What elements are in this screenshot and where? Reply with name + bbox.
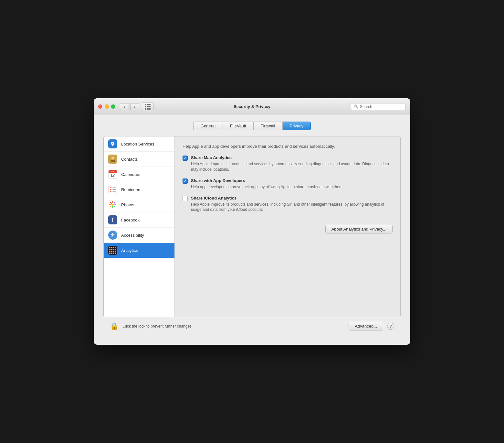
- traffic-lights: [98, 104, 115, 109]
- tab-privacy[interactable]: Privacy: [283, 122, 311, 130]
- lock-text: Click the lock to prevent further change…: [122, 324, 345, 329]
- about-button-container: About Analytics and Privacy...: [183, 218, 393, 233]
- close-button[interactable]: [98, 104, 102, 109]
- title-bar: ‹ › Security & Privacy 🔍: [94, 98, 410, 115]
- sidebar-label-calendars: Calendars: [121, 172, 140, 177]
- main-panel: Location Services Contacts: [103, 136, 401, 317]
- tab-firewall[interactable]: Firewall: [254, 122, 283, 130]
- main-window: ‹ › Security & Privacy 🔍 General FileVau…: [94, 98, 410, 345]
- forward-button[interactable]: ›: [130, 103, 139, 110]
- option-text-share-mac-analytics: Share Mac Analytics Help Apple improve i…: [191, 155, 393, 172]
- option-desc-share-icloud-analytics: Help Apple improve its products and serv…: [191, 202, 393, 213]
- grid-icon: [145, 104, 151, 110]
- sidebar-label-facebook: Facebook: [121, 218, 140, 222]
- window-title: Security & Privacy: [234, 104, 270, 109]
- contacts-icon: [108, 155, 117, 164]
- grid-view-button[interactable]: [142, 102, 153, 111]
- bottom-bar: 🔒 Click the lock to prevent further chan…: [103, 317, 401, 335]
- advanced-button[interactable]: Advanced...: [349, 322, 383, 330]
- svg-line-8: [110, 202, 111, 203]
- svg-point-2: [110, 160, 115, 162]
- zoom-button[interactable]: [111, 104, 115, 109]
- sidebar-item-location-services[interactable]: Location Services: [104, 136, 174, 152]
- checkbox-share-with-developers[interactable]: [183, 178, 188, 184]
- sidebar: Location Services Contacts: [104, 136, 175, 317]
- option-title-share-with-developers: Share with App Developers: [191, 178, 343, 183]
- about-analytics-button[interactable]: About Analytics and Privacy...: [325, 225, 393, 233]
- option-share-mac-analytics: Share Mac Analytics Help Apple improve i…: [183, 155, 393, 172]
- svg-line-11: [110, 206, 111, 207]
- option-desc-share-mac-analytics: Help Apple improve its products and serv…: [191, 161, 393, 172]
- option-share-icloud-analytics: Share iCloud Analytics Help Apple improv…: [183, 196, 393, 213]
- svg-line-10: [114, 202, 115, 203]
- back-button[interactable]: ‹: [120, 103, 129, 110]
- sidebar-item-accessibility[interactable]: Accessibility: [104, 228, 174, 243]
- nav-buttons: ‹ ›: [120, 103, 139, 110]
- calendar-icon: JUL 17: [108, 170, 117, 179]
- sidebar-label-photos: Photos: [121, 202, 134, 207]
- analytics-icon: [108, 246, 117, 255]
- tab-general[interactable]: General: [193, 122, 223, 130]
- search-icon: 🔍: [354, 104, 358, 109]
- sidebar-item-photos[interactable]: Photos: [104, 197, 174, 212]
- option-desc-share-with-developers: Help app developers improve their apps b…: [191, 184, 343, 190]
- checkbox-share-mac-analytics[interactable]: [183, 156, 188, 161]
- reminders-icon: [108, 185, 117, 194]
- sidebar-item-calendars[interactable]: JUL 17 Calendars: [104, 167, 174, 182]
- sidebar-item-analytics[interactable]: Analytics: [104, 243, 174, 258]
- help-button[interactable]: ?: [387, 323, 394, 330]
- option-share-with-developers: Share with App Developers Help app devel…: [183, 178, 393, 190]
- location-icon: [108, 139, 117, 148]
- search-box[interactable]: 🔍: [351, 103, 406, 110]
- search-input[interactable]: [360, 104, 403, 109]
- sidebar-item-contacts[interactable]: Contacts: [104, 152, 174, 167]
- option-title-share-icloud-analytics: Share iCloud Analytics: [191, 196, 393, 200]
- sidebar-label-location-services: Location Services: [121, 142, 154, 146]
- tab-filevault[interactable]: FileVault: [223, 122, 254, 130]
- facebook-icon: f: [108, 215, 117, 224]
- right-panel: Help Apple and app developers improve th…: [175, 136, 400, 317]
- checkbox-share-icloud-analytics[interactable]: [183, 196, 188, 201]
- tabs: General FileVault Firewall Privacy: [103, 122, 401, 130]
- sidebar-label-reminders: Reminders: [121, 187, 142, 192]
- svg-point-3: [112, 204, 114, 206]
- option-text-share-with-developers: Share with App Developers Help app devel…: [191, 178, 343, 190]
- sidebar-label-analytics: Analytics: [121, 248, 138, 253]
- option-title-share-mac-analytics: Share Mac Analytics: [191, 155, 393, 160]
- sidebar-item-reminders[interactable]: Reminders: [104, 182, 174, 197]
- svg-line-9: [114, 206, 115, 207]
- minimize-button[interactable]: [105, 104, 109, 109]
- panel-description: Help Apple and app developers improve th…: [183, 144, 393, 149]
- content-area: General FileVault Firewall Privacy Locat…: [94, 115, 410, 345]
- option-text-share-icloud-analytics: Share iCloud Analytics Help Apple improv…: [191, 196, 393, 213]
- svg-point-1: [111, 157, 114, 159]
- svg-point-12: [112, 233, 113, 234]
- sidebar-label-accessibility: Accessibility: [121, 233, 144, 238]
- photos-icon: [108, 200, 117, 209]
- accessibility-icon: [108, 231, 117, 240]
- sidebar-label-contacts: Contacts: [121, 157, 138, 162]
- lock-icon[interactable]: 🔒: [110, 322, 119, 330]
- sidebar-item-facebook[interactable]: f Facebook: [104, 212, 174, 228]
